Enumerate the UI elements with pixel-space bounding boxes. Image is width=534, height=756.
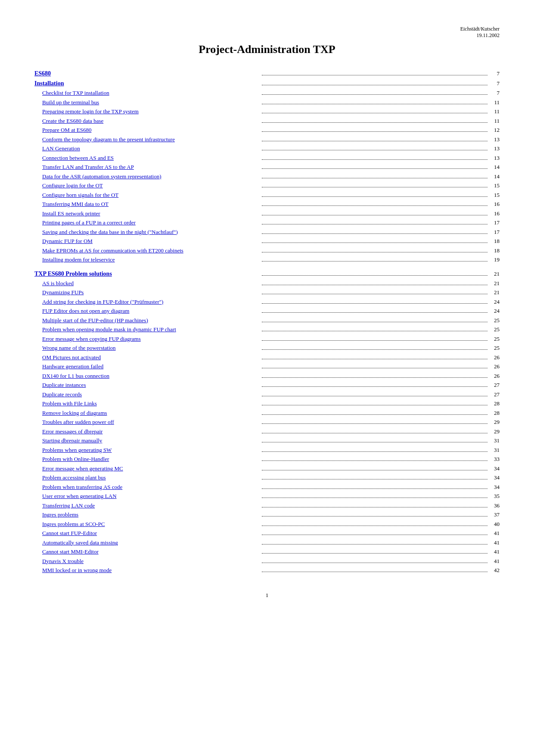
- toc-link-problem-transferring-as[interactable]: Problem when transferring AS code: [34, 483, 122, 492]
- toc-link-data-asr[interactable]: Data for the ASR (automation system repr…: [34, 172, 161, 181]
- toc-link-conform-topology[interactable]: Conform the topology diagram to the pres…: [34, 135, 175, 144]
- toc-dots: [262, 252, 488, 252]
- toc-dots: [262, 433, 488, 433]
- toc-link-problem-online-handler[interactable]: Problem with Online-Handler: [34, 455, 109, 464]
- toc-link-configure-login-ot[interactable]: Configure login for the OT: [34, 181, 103, 190]
- toc-link-txp-es680[interactable]: TXP ES680 Problem solutions: [34, 269, 112, 278]
- toc-link-lan-generation[interactable]: LAN Generation: [34, 144, 80, 153]
- toc-item: Problem with Online-Handler33: [34, 455, 500, 464]
- toc-link-troubles-sudden[interactable]: Troubles after sudden power off: [34, 418, 114, 426]
- toc-item: Ingres problems37: [34, 510, 500, 519]
- toc-link-transferring-mmi[interactable]: Transferring MMI data to OT: [34, 200, 109, 208]
- toc-link-create-es680[interactable]: Create the ES680 data base: [34, 117, 103, 125]
- toc-page-number: 19: [489, 255, 500, 264]
- toc-item: Install ES network printer16: [34, 209, 500, 218]
- toc-link-transferring-lan-code[interactable]: Transferring LAN code: [34, 501, 95, 510]
- toc-dots: [262, 553, 488, 554]
- toc-link-remove-locking[interactable]: Remove locking of diagrams: [34, 409, 107, 417]
- toc-dots: [262, 261, 488, 261]
- toc-page-number: 13: [489, 154, 500, 162]
- toc-item: Saving and checking the data base in the…: [34, 228, 500, 236]
- toc-link-printing-pages[interactable]: Printing pages of a FUP in a correct ord…: [34, 218, 136, 227]
- toc-link-installing-modem[interactable]: Installing modem for teleservice: [34, 255, 115, 264]
- toc-item: Create the ES680 data base11: [34, 117, 500, 125]
- toc-page-number: 24: [489, 298, 500, 306]
- toc-item: Add string for checking in FUP-Editor ("…: [34, 298, 500, 306]
- toc-item: Build up the terminal bus11: [34, 98, 500, 107]
- toc-link-dynamizing-fups[interactable]: Dynamizing FUPs: [34, 288, 84, 297]
- toc-page-number: 26: [489, 362, 500, 371]
- toc-page-number: 34: [489, 483, 500, 492]
- toc-page-number: 15: [489, 181, 500, 190]
- toc-dots: [262, 294, 488, 294]
- toc-link-om-pictures[interactable]: OM Pictures not activated: [34, 353, 101, 362]
- toc-dots: [262, 460, 488, 461]
- toc-link-error-messages-dbrepair[interactable]: Error messages of dbrepair: [34, 427, 102, 436]
- toc-link-fup-editor-no-diagram[interactable]: FUP Editor does not open any diagram: [34, 307, 129, 315]
- toc-link-dynamic-fup[interactable]: Dynamic FUP for OM: [34, 237, 93, 246]
- toc-item: Installation7: [34, 79, 500, 88]
- toc-link-checklist[interactable]: Checklist for TXP installation: [34, 89, 109, 97]
- toc-page-number: 16: [489, 200, 500, 208]
- toc-link-user-error-lan[interactable]: User error when generating LAN: [34, 492, 117, 501]
- toc-link-error-message-copying[interactable]: Error message when copying FUP diagrams: [34, 335, 141, 343]
- toc-item: Error message when copying FUP diagrams2…: [34, 335, 500, 343]
- toc-link-connection-as-es[interactable]: Connection between AS and ES: [34, 154, 114, 162]
- toc-link-ingres-problems[interactable]: Ingres problems: [34, 510, 78, 519]
- toc-link-dynavis-x[interactable]: Dynavis X trouble: [34, 557, 84, 566]
- toc-page-number: 41: [489, 557, 500, 566]
- toc-link-dx140[interactable]: DX140 for L1 bus connection: [34, 372, 109, 380]
- toc-page-number: 7: [489, 79, 500, 88]
- toc-link-installation[interactable]: Installation: [34, 79, 64, 88]
- toc-item: Printing pages of a FUP in a correct ord…: [34, 218, 500, 227]
- toc-link-transfer-lan[interactable]: Transfer LAN and Transfer AS to the AP: [34, 163, 134, 171]
- toc-link-automatically-saved[interactable]: Automatically saved data missing: [34, 538, 118, 547]
- toc-link-cannot-start-fup[interactable]: Cannot start FUP-Editor: [34, 529, 97, 538]
- toc-item: Connection between AS and ES13: [34, 154, 500, 162]
- toc-dots: [262, 178, 488, 178]
- toc-link-wrong-name[interactable]: Wrong name of the powerstation: [34, 344, 116, 352]
- toc-link-problem-file-links[interactable]: Problem with File Links: [34, 399, 97, 408]
- toc-link-prepare-om[interactable]: Prepare OM at ES680: [34, 126, 91, 134]
- toc-link-starting-dbrepair[interactable]: Starting dbrepair manually: [34, 436, 102, 445]
- toc-link-problems-generating-sw[interactable]: Problems when generating SW: [34, 446, 112, 454]
- toc-item: Ingres problems at SCO-PC40: [34, 520, 500, 529]
- toc-item: Cannot start FUP-Editor41: [34, 529, 500, 538]
- toc-link-error-message-mc[interactable]: Error message when generating MC: [34, 464, 123, 473]
- toc-link-hardware-generation[interactable]: Hardware generation failed: [34, 362, 103, 371]
- toc-page-number: 27: [489, 390, 500, 399]
- toc-link-preparing-remote[interactable]: Preparing remote login for the TXP syste…: [34, 107, 139, 116]
- toc-link-multiple-start[interactable]: Multiple start of the FUP-editor (HP mac…: [34, 316, 148, 325]
- toc-dots: [262, 275, 488, 276]
- toc-link-problem-opening-module[interactable]: Problem when opening module mask in dyna…: [34, 325, 176, 334]
- toc-item: Hardware generation failed26: [34, 362, 500, 371]
- toc-dots: [262, 168, 488, 169]
- toc-link-configure-horn[interactable]: Configure horn signals for the OT: [34, 191, 118, 199]
- toc-link-es680[interactable]: ES680: [34, 69, 51, 78]
- toc-dots: [262, 243, 488, 243]
- toc-dots: [262, 451, 488, 452]
- toc-link-duplicate-records[interactable]: Duplicate records: [34, 390, 82, 399]
- toc-page-number: 42: [489, 566, 500, 575]
- toc-item: OM Pictures not activated26: [34, 353, 500, 362]
- toc-link-duplicate-instances[interactable]: Duplicate instances: [34, 381, 86, 389]
- toc-link-cannot-start-mmi[interactable]: Cannot start MMI-Editor: [34, 548, 99, 556]
- toc-item: Problems when generating SW31: [34, 446, 500, 454]
- toc-link-saving-checking[interactable]: Saving and checking the data base in the…: [34, 228, 178, 236]
- toc-dots: [262, 423, 488, 424]
- toc-page-number: 31: [489, 446, 500, 454]
- toc-link-ingres-sco-pc[interactable]: Ingres problems at SCO-PC: [34, 520, 105, 529]
- toc-dots: [262, 131, 488, 132]
- toc-link-mmi-locked[interactable]: MMI locked or in wrong mode: [34, 566, 112, 575]
- toc-link-problem-accessing[interactable]: Problem accessing plant bus: [34, 473, 106, 482]
- toc-page-number: 41: [489, 548, 500, 556]
- toc-link-as-blocked[interactable]: AS is blocked: [34, 279, 74, 288]
- toc-link-build-terminal[interactable]: Build up the terminal bus: [34, 98, 99, 107]
- toc-page-number: 37: [489, 510, 500, 519]
- toc-page-number: 18: [489, 237, 500, 246]
- toc-link-make-eproms[interactable]: Make EPROMs at AS for communication with…: [34, 246, 183, 255]
- toc-link-install-es-network[interactable]: Install ES network printer: [34, 209, 100, 218]
- toc-link-add-string[interactable]: Add string for checking in FUP-Editor ("…: [34, 298, 163, 306]
- toc-dots: [262, 479, 488, 479]
- toc-page-number: 36: [489, 501, 500, 510]
